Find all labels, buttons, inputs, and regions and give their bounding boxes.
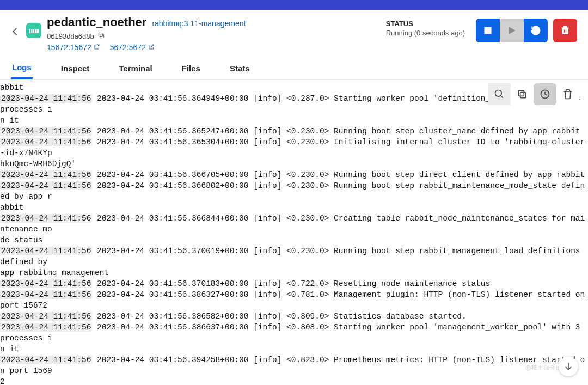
- log-timestamp: 2023-04-24 11:41:56: [0, 214, 92, 223]
- external-link-icon: [148, 43, 155, 52]
- log-timestamp: 2023-04-24 11:41:56: [0, 356, 92, 364]
- log-line-text: n it: [0, 345, 19, 353]
- svg-line-13: [501, 96, 503, 98]
- scroll-to-bottom-button[interactable]: [559, 357, 578, 376]
- log-timestamp: 2023-04-24 11:41:56: [0, 279, 92, 288]
- tab-label: Inspect: [61, 64, 90, 73]
- start-button[interactable]: [500, 19, 524, 42]
- log-timestamp: 2023-04-24 11:41:56: [0, 127, 92, 136]
- tab-inspect[interactable]: Inspect: [60, 57, 91, 79]
- clock-icon: [540, 89, 550, 100]
- log-timestamp: 2023-04-24 11:41:56: [0, 290, 92, 299]
- run-controls-group: [476, 19, 548, 42]
- arrow-down-icon: [563, 361, 574, 372]
- container-box-icon: [29, 27, 39, 34]
- logs-output[interactable]: abbit 2023-04-24 11:41:56 2023-04-24 03:…: [0, 80, 588, 385]
- status-value: Running (0 seconds ago): [386, 29, 465, 37]
- log-line-text: 2023-04-24 03:41:56.370183+00:00 [info] …: [92, 279, 490, 288]
- log-clear-button[interactable]: [556, 83, 579, 105]
- restart-button[interactable]: [524, 19, 548, 42]
- chevron-left-icon: [10, 27, 20, 36]
- svg-rect-9: [562, 28, 568, 34]
- copy-icon: [517, 89, 528, 100]
- back-button[interactable]: [8, 24, 23, 39]
- log-toggle-timestamps-button[interactable]: [534, 83, 556, 105]
- port-link-label: 15672:15672: [47, 43, 91, 52]
- log-line-text: 2: [0, 377, 5, 385]
- svg-rect-5: [100, 34, 103, 38]
- trash-icon: [562, 89, 573, 100]
- tabs-row: Logs Inspect Terminal Files Stats: [0, 57, 588, 80]
- logs-panel: abbit 2023-04-24 11:41:56 2023-04-24 03:…: [0, 80, 588, 385]
- svg-rect-15: [518, 90, 524, 96]
- log-timestamp: 2023-04-24 11:41:56: [0, 181, 92, 190]
- log-search-button[interactable]: [488, 83, 511, 105]
- external-link-icon: [94, 43, 100, 52]
- tab-stats[interactable]: Stats: [229, 57, 251, 79]
- image-link[interactable]: rabbitmq:3.11-management: [152, 19, 246, 28]
- tab-label: Stats: [230, 64, 250, 73]
- status-block: STATUS Running (0 seconds ago): [386, 20, 465, 37]
- copy-icon: [97, 32, 105, 39]
- container-icon: [26, 23, 41, 38]
- status-label: STATUS: [386, 20, 465, 28]
- stop-button[interactable]: [476, 19, 500, 42]
- log-line-text: abbit: [0, 203, 24, 212]
- log-timestamp: 2023-04-24 11:41:56: [0, 170, 92, 179]
- log-line-text: 2023-04-24 03:41:56.365247+00:00 [info] …: [92, 127, 580, 136]
- log-timestamp: 2023-04-24 11:41:56: [0, 138, 92, 146]
- copy-id-button[interactable]: [97, 32, 105, 41]
- trash-icon: [560, 26, 570, 35]
- tab-label: Terminal: [119, 64, 152, 73]
- svg-rect-6: [99, 33, 102, 36]
- delete-button[interactable]: [553, 19, 577, 42]
- port-link-0[interactable]: 15672:15672: [47, 43, 100, 52]
- svg-rect-14: [520, 93, 526, 98]
- port-link-1[interactable]: 5672:5672: [110, 43, 155, 52]
- log-line-text: de status: [0, 236, 42, 245]
- log-line-text: 2023-04-24 03:41:56.386582+00:00 [info] …: [92, 312, 466, 321]
- tab-terminal[interactable]: Terminal: [118, 57, 153, 79]
- log-timestamp: 2023-04-24 11:41:56: [0, 247, 92, 255]
- tab-files[interactable]: Files: [181, 57, 201, 79]
- container-id: 06193dda6d8b: [47, 32, 94, 40]
- log-line-text: n it: [0, 116, 19, 125]
- tab-label: Files: [182, 64, 200, 73]
- tab-label: Logs: [12, 63, 32, 72]
- svg-marker-8: [509, 27, 515, 34]
- svg-point-12: [495, 90, 502, 97]
- log-copy-button[interactable]: [511, 83, 534, 105]
- svg-rect-0: [29, 29, 39, 33]
- play-icon: [507, 26, 516, 35]
- log-line-text: hkuQmc-WRH6DjgQ': [0, 160, 76, 168]
- log-line-text: abbit: [0, 83, 24, 92]
- log-timestamp: 2023-04-24 11:41:56: [0, 312, 92, 321]
- log-timestamp: 2023-04-24 11:41:56: [0, 323, 92, 332]
- port-link-label: 5672:5672: [110, 43, 146, 52]
- container-name: pedantic_noether: [47, 15, 146, 29]
- browser-address-bar-remnant: [0, 0, 588, 10]
- log-line-text: app rabbitmq_management: [0, 268, 109, 277]
- stop-icon: [483, 26, 492, 35]
- log-timestamp: 2023-04-24 11:41:56: [0, 94, 92, 103]
- svg-rect-7: [485, 27, 491, 34]
- search-icon: [494, 89, 505, 100]
- tab-logs[interactable]: Logs: [11, 57, 33, 79]
- container-header: pedantic_noether rabbitmq:3.11-managemen…: [0, 10, 588, 52]
- log-tools: [488, 83, 579, 105]
- log-line-text: 2023-04-24 03:41:56.366705+00:00 [info] …: [92, 170, 585, 179]
- restart-icon: [530, 25, 541, 36]
